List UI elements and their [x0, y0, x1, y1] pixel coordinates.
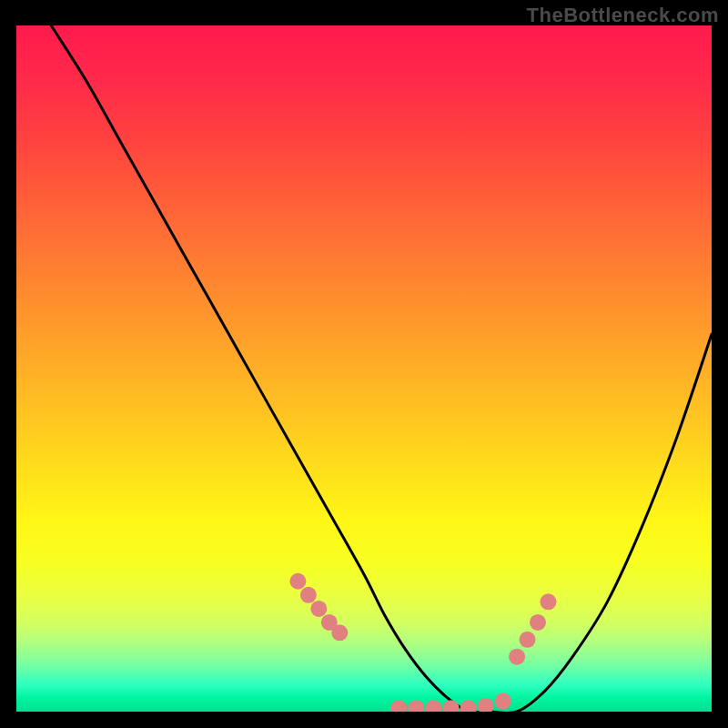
highlight-dot [495, 693, 511, 710]
highlight-dot [300, 587, 317, 603]
highlight-dot [289, 573, 306, 590]
highlight-dot [509, 649, 525, 665]
highlight-dot [478, 698, 494, 712]
highlight-dot [390, 700, 407, 712]
highlight-dot [310, 601, 327, 617]
highlight-dot [540, 593, 556, 610]
highlight-dot [530, 614, 546, 631]
chart-frame: TheBottleneck.com [0, 0, 728, 728]
bottleneck-curve [51, 25, 712, 712]
highlight-dot [460, 700, 477, 712]
highlight-dot [520, 632, 536, 648]
highlight-dots [289, 573, 556, 712]
highlight-dot [408, 700, 424, 712]
highlight-dot [331, 624, 348, 641]
highlight-dot [443, 700, 460, 712]
watermark-text: TheBottleneck.com [527, 4, 719, 27]
plot-area [16, 25, 712, 712]
highlight-dot [425, 700, 441, 712]
chart-svg [16, 25, 712, 712]
